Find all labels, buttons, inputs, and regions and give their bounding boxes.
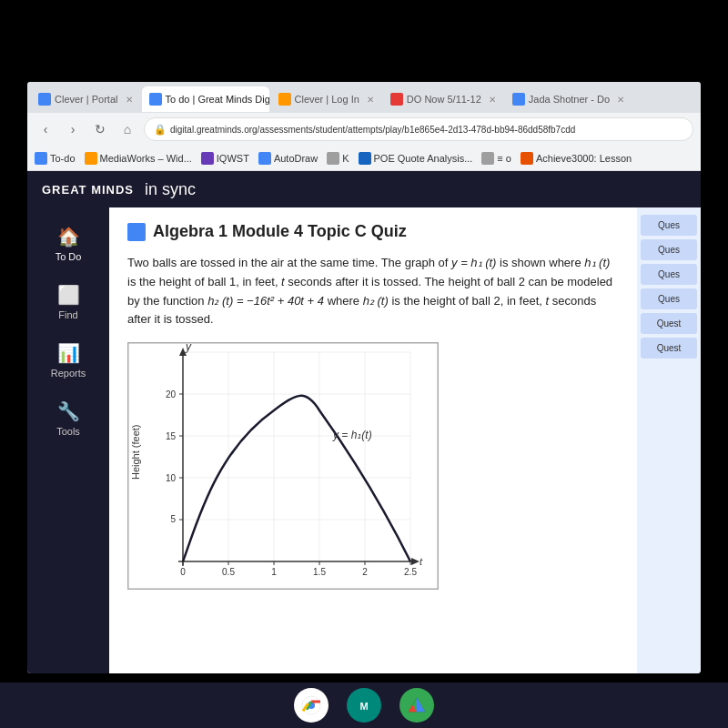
bookmark-eq[interactable]: ≡ o xyxy=(481,152,511,165)
sidebar-label-todo: To Do xyxy=(56,251,82,262)
svg-text:10: 10 xyxy=(166,473,177,483)
bookmark-iqwst[interactable]: IQWST xyxy=(201,152,249,165)
content-area: Algebra 1 Module 4 Topic C Quiz Two ball… xyxy=(109,207,637,673)
tab-favicon-jada xyxy=(512,93,525,106)
svg-text:Height (feet): Height (feet) xyxy=(130,425,141,480)
app-content: GREAT MINDS in sync 🏠 To Do ⬜ Find 📊 Rep… xyxy=(27,171,701,673)
home-button[interactable]: ⌂ xyxy=(116,118,138,140)
svg-text:1.5: 1.5 xyxy=(313,567,326,577)
quest-item-2[interactable]: Ques xyxy=(641,239,697,260)
graph-container: 5 10 15 20 0 xyxy=(127,342,439,590)
bookmark-autodraw[interactable]: AutoDraw xyxy=(258,152,318,165)
sidebar-item-todo[interactable]: 🏠 To Do xyxy=(27,217,109,271)
svg-text:0.5: 0.5 xyxy=(222,567,235,577)
forward-button[interactable]: › xyxy=(62,118,84,140)
quest-item-3[interactable]: Ques xyxy=(641,264,697,285)
tab-bar: Clever | Portal ✕ To do | Great Minds Di… xyxy=(27,82,701,113)
svg-text:y = h₁(t): y = h₁(t) xyxy=(332,429,372,441)
tab-close-do-now[interactable]: ✕ xyxy=(489,95,496,105)
tab-clever-portal[interactable]: Clever | Portal ✕ xyxy=(31,86,140,112)
reload-button[interactable]: ↻ xyxy=(89,118,111,140)
sidebar-label-reports: Reports xyxy=(51,368,86,379)
bookmark-mediaworks[interactable]: MediaWorks – Wid... xyxy=(85,152,192,165)
svg-text:5: 5 xyxy=(170,514,176,524)
bookmark-poe[interactable]: POE Quote Analysis... xyxy=(359,152,473,165)
svg-text:2.5: 2.5 xyxy=(404,567,417,577)
tools-icon: 🔧 xyxy=(57,400,80,422)
tab-favicon-do-now xyxy=(390,93,403,106)
lock-icon: 🔒 xyxy=(154,124,167,136)
bookmark-todo[interactable]: To-do xyxy=(35,152,76,165)
sidebar: 🏠 To Do ⬜ Find 📊 Reports 🔧 Tools xyxy=(27,207,109,673)
find-icon: ⬜ xyxy=(57,284,80,306)
gm-header: GREAT MINDS in sync xyxy=(27,171,701,207)
quest-item-4[interactable]: Ques xyxy=(641,288,697,309)
tab-favicon-todo xyxy=(149,93,162,106)
screen: Clever | Portal ✕ To do | Great Minds Di… xyxy=(27,82,701,673)
home-icon: 🏠 xyxy=(57,226,80,248)
tab-close-clever-login[interactable]: ✕ xyxy=(367,95,374,105)
svg-text:M: M xyxy=(359,701,368,712)
right-panel: Ques Ques Ques Ques Quest Quest xyxy=(637,207,701,673)
tab-favicon-clever-login xyxy=(278,93,291,106)
browser-chrome: Clever | Portal ✕ To do | Great Minds Di… xyxy=(27,82,701,171)
svg-text:15: 15 xyxy=(166,431,177,441)
sidebar-label-find: Find xyxy=(58,309,77,320)
quest-item-6[interactable]: Quest xyxy=(641,338,697,359)
problem-text: Two balls are tossed in the air at the s… xyxy=(127,254,619,329)
brand-subtitle: in sync xyxy=(145,180,196,199)
sidebar-item-tools[interactable]: 🔧 Tools xyxy=(27,391,109,446)
main-layout: 🏠 To Do ⬜ Find 📊 Reports 🔧 Tools xyxy=(27,207,701,673)
quest-item-1[interactable]: Ques xyxy=(641,215,697,236)
sidebar-item-find[interactable]: ⬜ Find xyxy=(27,275,109,329)
tab-close-jada[interactable]: ✕ xyxy=(617,95,624,105)
tab-clever-login[interactable]: Clever | Log In ✕ xyxy=(271,86,381,112)
quiz-title: Algebra 1 Module 4 Topic C Quiz xyxy=(127,222,619,241)
tab-do-now[interactable]: DO Now 5/11-12 ✕ xyxy=(383,86,503,112)
taskbar-chrome-button[interactable] xyxy=(294,688,329,723)
svg-text:1: 1 xyxy=(271,567,277,577)
svg-text:0: 0 xyxy=(180,567,186,577)
address-bar-row: ‹ › ↻ ⌂ 🔒 digital.greatminds.org/assessm… xyxy=(27,113,701,146)
quiz-icon xyxy=(127,223,146,241)
svg-text:20: 20 xyxy=(166,389,177,399)
tab-favicon-clever xyxy=(38,93,51,106)
svg-text:2: 2 xyxy=(362,567,368,577)
sidebar-label-tools: Tools xyxy=(56,426,80,437)
bookmark-achieve[interactable]: Achieve3000: Lesson xyxy=(521,152,632,165)
svg-text:y: y xyxy=(185,343,192,353)
quest-item-5[interactable]: Quest xyxy=(641,313,697,334)
taskbar-meet-button[interactable]: M xyxy=(347,688,381,723)
tab-jada[interactable]: Jada Shotner - Do ✕ xyxy=(505,86,632,112)
tab-todo-greatminds[interactable]: To do | Great Minds Digital ✕ xyxy=(142,86,269,112)
bookmarks-bar: To-do MediaWorks – Wid... IQWST AutoDraw… xyxy=(27,146,701,171)
brand-logo: GREAT MINDS xyxy=(42,183,134,197)
svg-rect-0 xyxy=(128,343,438,589)
sidebar-item-reports[interactable]: 📊 Reports xyxy=(27,333,109,388)
tab-close-clever[interactable]: ✕ xyxy=(126,95,133,105)
taskbar: M xyxy=(0,682,728,728)
address-box[interactable]: 🔒 digital.greatminds.org/assessments/stu… xyxy=(144,117,693,141)
taskbar-drive-button[interactable] xyxy=(399,688,434,723)
back-button[interactable]: ‹ xyxy=(35,118,56,140)
graph-svg: 5 10 15 20 0 xyxy=(128,343,438,589)
bookmark-k[interactable]: K xyxy=(327,152,349,165)
reports-icon: 📊 xyxy=(57,342,80,364)
